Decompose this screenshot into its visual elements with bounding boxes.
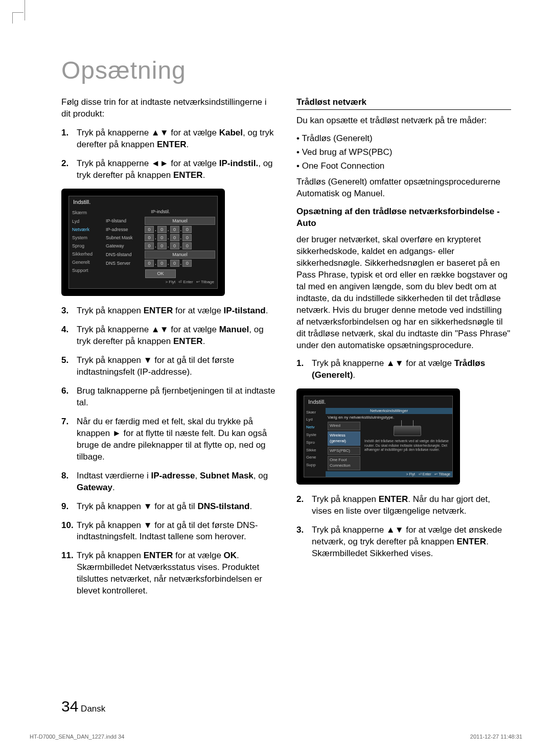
footer-metadata: HT-D7000_SENA_DAN_1227.indd 34 2011-12-2… <box>30 734 522 740</box>
auto-setup-body: der bruger netværket, skal overføre en k… <box>296 234 511 351</box>
step: Tryk på knapperne ▲▼ for at vælge det øn… <box>296 524 511 560</box>
tv2-title: Indstill. <box>304 396 452 408</box>
step: Tryk på knappen ENTER. Når du har gjort … <box>296 494 511 517</box>
tv-main-panel: IP-indstil. IP-tilstandManuel IP-adresse… <box>104 208 217 285</box>
tv2-footer-hints: > Flyt ⏎ Enter ↩ Tilbage <box>326 471 452 477</box>
step: Tryk på knappen ENTER for at vælge IP-ti… <box>61 305 276 317</box>
step: Tryk på knapperne ◄► for at vælge IP-ind… <box>61 158 276 181</box>
wireless-methods: Trådløs (Generelt) Ved brug af WPS(PBC) … <box>296 133 511 172</box>
left-steps-1: Tryk på knapperne ▲▼ for at vælge Kabel,… <box>61 127 276 181</box>
step: Tryk på knapperne ▲▼ for at vælge Kabel,… <box>61 127 276 151</box>
step: Tryk på knappen ENTER for at vælge OK. S… <box>61 550 276 597</box>
tv-side-menu: Skærm Lyd Netværk System Sprog Sikkerhed… <box>69 208 104 285</box>
right-steps-2: Tryk på knappen ENTER. Når du har gjort … <box>296 494 511 560</box>
right-column: Trådløst netværk Du kan opsætte et trådl… <box>296 97 511 604</box>
page-number: 34 Dansk <box>61 698 105 715</box>
tv2-type-list: Wired Wireless (general) WPS(PBC) One Fo… <box>326 422 362 471</box>
router-icon <box>394 426 421 436</box>
tv2-side: Skær Lyd Netv Syste Spro Sikke Gene Supp <box>304 408 326 477</box>
step: Tryk på knapperne ▲▼ for at vælge Trådlø… <box>296 358 511 381</box>
step: Tryk på knappen ▼ for at gå til DNS-tils… <box>61 501 276 513</box>
step: Tryk på knapperne ▲▼ for at vælge Manuel… <box>61 324 276 348</box>
wireless-note: Trådløs (Generelt) omfatter opsætningspr… <box>296 176 511 200</box>
left-steps-2: Tryk på knappen ENTER for at vælge IP-ti… <box>61 305 276 597</box>
left-column: Følg disse trin for at indtaste netværks… <box>61 97 276 604</box>
page-content: Opsætning Følg disse trin for at indtast… <box>0 0 552 635</box>
wireless-subhead: Trådløst netværk <box>296 97 511 110</box>
step: Tryk på knappen ▼ for at gå til det førs… <box>61 355 276 378</box>
tv-screenshot-ip-settings: Indstill. Skærm Lyd Netværk System Sprog… <box>61 189 225 296</box>
step: Tryk på knappen ▼ for at gå til det førs… <box>61 520 276 543</box>
left-intro: Følg disse trin for at indtaste netværks… <box>61 97 276 120</box>
tv-ok-button: OK <box>145 269 176 278</box>
step: Indtast værdierne i IP-adresse, Subnet M… <box>61 470 276 494</box>
two-columns: Følg disse trin for at indtaste netværks… <box>61 97 511 604</box>
tv-title: Indstill. <box>69 196 217 208</box>
tv-screenshot-network-type: Indstill. Skær Lyd Netv Syste Spro Sikke… <box>296 388 460 485</box>
right-steps-1: Tryk på knapperne ▲▼ for at vælge Trådlø… <box>296 358 511 381</box>
auto-setup-subhead: Opsætning af den trådløse netværksforbin… <box>296 206 511 230</box>
tv-footer-hints: > Flyt ⏎ Enter ↩ Tilbage <box>104 279 217 286</box>
wireless-intro: Du kan opsætte et trådløst netværk på tr… <box>296 115 511 127</box>
step: Brug talknapperne på fjernbetjeningen ti… <box>61 385 276 409</box>
step: Når du er færdig med et felt, skal du tr… <box>61 416 276 463</box>
page-title: Opsætning <box>61 56 511 84</box>
